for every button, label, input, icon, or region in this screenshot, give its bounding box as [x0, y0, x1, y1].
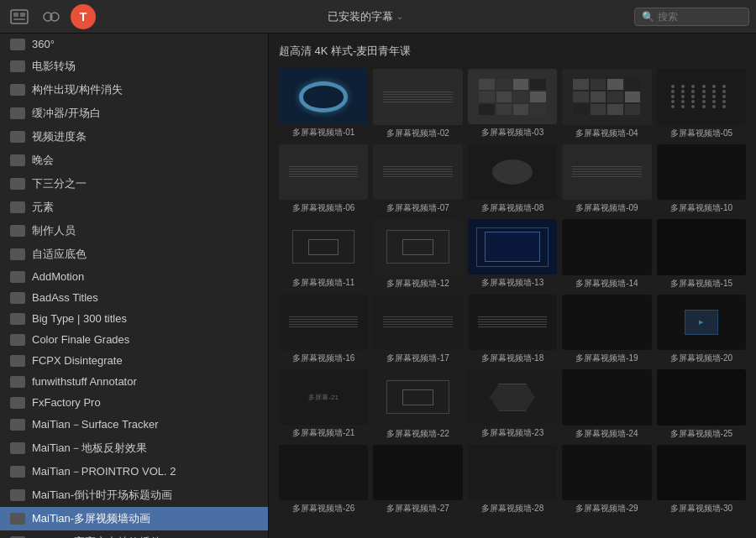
svg-rect-2 — [20, 13, 25, 17]
svg-rect-78 — [11, 443, 17, 447]
sidebar-item-adaptive-color[interactable]: 自适应底色 — [0, 243, 268, 266]
sidebar-item-maitian-prointro[interactable]: MaiTian－PROINTRO VOL. 2 — [0, 460, 268, 483]
svg-rect-23 — [18, 132, 24, 136]
grid-item-label: 多屏幕视频墙-27 — [373, 503, 462, 514]
sidebar-item-fxfactory-pro[interactable]: FxFactory Pro — [0, 392, 268, 413]
sidebar-item-component-appear[interactable]: 构件出现/构件消失 — [0, 78, 268, 102]
installed-chevron: ⌄ — [396, 12, 403, 21]
grid-item[interactable]: 多屏幕视频墙-07 — [373, 144, 462, 215]
grid-item-label: 多屏幕视频墙-09 — [562, 202, 651, 214]
grid-item[interactable]: 多屏幕视频墙-19 — [562, 295, 651, 365]
svg-rect-9 — [18, 45, 24, 50]
sidebar-item-badass-titles[interactable]: BadAss Titles — [0, 287, 268, 308]
sidebar-item-buffer-opening[interactable]: 缓冲器/开场白 — [0, 102, 268, 125]
grid-item-label: 多屏幕视频墙-01 — [279, 127, 368, 138]
sidebar-item-party[interactable]: 晚会 — [0, 149, 268, 172]
grid-item[interactable]: 多屏幕视频墙-18 — [468, 295, 557, 365]
search-icon: 🔍 — [642, 11, 654, 23]
transition-icon[interactable] — [39, 4, 64, 29]
main-area: 360° 电影转场 构件出现/构件消失 缓冲器/开场白 视频进度条 晚会 下三分… — [0, 34, 756, 538]
sidebar-item-360[interactable]: 360° — [0, 34, 268, 55]
grid-item[interactable]: 多屏幕视频墙-29 — [562, 445, 651, 515]
grid-item[interactable]: ▶多屏幕视频墙-20 — [657, 295, 746, 365]
svg-rect-38 — [11, 226, 17, 230]
grid-item[interactable]: 多屏幕-21多屏幕视频墙-21 — [279, 369, 368, 440]
svg-rect-88 — [11, 496, 17, 500]
grid-item-label: 多屏幕视频墙-15 — [657, 278, 746, 290]
svg-rect-53 — [18, 299, 24, 303]
sidebar-item-maitian-highlight[interactable]: MaiTian-高亮突出特效插件 — [0, 530, 268, 538]
svg-rect-47 — [18, 272, 24, 276]
sidebar-item-icon — [10, 397, 25, 409]
svg-rect-8 — [11, 45, 17, 50]
sidebar-item-video-progress[interactable]: 视频进度条 — [0, 125, 268, 149]
grid-item-label: 多屏幕视频墙-21 — [279, 427, 368, 439]
sidebar-item-icon — [10, 376, 25, 388]
installed-label-area[interactable]: 已安装的字幕 ⌄ — [102, 9, 627, 24]
svg-rect-70 — [11, 398, 17, 402]
search-input[interactable] — [658, 11, 742, 23]
sidebar-item-lower-third[interactable]: 下三分之一 — [0, 172, 268, 196]
grid-item[interactable]: 多屏幕视频墙-09 — [562, 144, 651, 215]
sidebar-item-label: funwithstuff Annotator — [32, 375, 137, 388]
grid-item-label: 多屏幕视频墙-22 — [373, 428, 462, 440]
sidebar-item-maitian-surface[interactable]: MaiTian－Surface Tracker — [0, 413, 268, 436]
sidebar-item-label: FCPX Disintegrate — [32, 354, 123, 367]
grid-item[interactable]: 多屏幕视频墙-22 — [373, 369, 462, 440]
grid-item[interactable]: 多屏幕视频墙-02 — [373, 69, 462, 139]
grid-item[interactable]: 多屏幕视频墙-13 — [468, 219, 557, 290]
grid-item[interactable]: 多屏幕视频墙-08 — [468, 144, 557, 215]
grid-item[interactable]: 多屏幕视频墙-01 — [279, 69, 368, 139]
grid-item[interactable]: 多屏幕视频墙-25 — [657, 369, 746, 440]
grid-item-label: 多屏幕视频墙-28 — [468, 503, 557, 514]
svg-rect-25 — [18, 138, 24, 142]
grid-item-label: 多屏幕视频墙-23 — [468, 427, 557, 439]
sidebar-item-label: MaiTian－Surface Tracker — [32, 417, 159, 432]
grid-item[interactable]: 多屏幕视频墙-27 — [373, 445, 462, 515]
sidebar-item-film-transition[interactable]: 电影转场 — [0, 55, 268, 78]
sidebar-item-addmotion[interactable]: AddMotion — [0, 266, 268, 287]
grid-item[interactable]: 多屏幕视频墙-24 — [562, 369, 651, 440]
grid-item[interactable]: 多屏幕视频墙-15 — [657, 219, 746, 290]
svg-rect-92 — [11, 520, 17, 524]
sidebar-item-credits[interactable]: 制作人员 — [0, 219, 268, 243]
grid-item-label: 多屏幕视频墙-03 — [468, 127, 557, 138]
svg-rect-86 — [11, 490, 17, 494]
svg-rect-29 — [18, 161, 24, 165]
grid-item[interactable]: 多屏幕视频墙-17 — [373, 295, 462, 365]
svg-rect-54 — [11, 314, 17, 318]
sidebar-item-maitian-floor[interactable]: MaiTian－地板反射效果 — [0, 436, 268, 460]
search-bar[interactable]: 🔍 — [634, 8, 749, 26]
grid-item[interactable]: 多屏幕视频墙-03 — [468, 69, 557, 139]
sidebar-item-elements[interactable]: 元素 — [0, 196, 268, 219]
grid-item[interactable]: 多屏幕视频墙-16 — [279, 295, 368, 365]
media-icon[interactable] — [7, 4, 32, 29]
grid-item[interactable]: 多屏幕视频墙-14 — [562, 219, 651, 290]
grid-item-label: 多屏幕视频墙-10 — [657, 202, 746, 214]
sidebar-item-color-finale[interactable]: Color Finale Grades — [0, 329, 268, 350]
sidebar-item-funwithstuff[interactable]: funwithstuff Annotator — [0, 371, 268, 392]
grid-item-label: 多屏幕视频墙-20 — [657, 353, 746, 364]
sidebar-item-label: MaiTian-多屏视频墙动画 — [32, 511, 150, 526]
grid-item[interactable]: 多屏幕视频墙-28 — [468, 445, 557, 515]
grid-item[interactable]: 多屏幕视频墙-12 — [373, 219, 462, 290]
sidebar-item-icon — [10, 419, 25, 431]
svg-rect-26 — [11, 155, 17, 159]
grid-item[interactable]: 多屏幕视频墙-23 — [468, 369, 557, 440]
sidebar-item-big-type[interactable]: Big Type | 300 titles — [0, 308, 268, 329]
grid-item[interactable]: 多屏幕视频墙-05 — [657, 69, 746, 139]
sidebar-item-maitian-multiscreen[interactable]: MaiTian-多屏视频墙动画 — [0, 507, 268, 530]
svg-rect-62 — [11, 356, 17, 360]
sidebar-item-maitian-countdown[interactable]: MaiTian-倒计时开场标题动画 — [0, 483, 268, 507]
grid-item[interactable]: 多屏幕视频墙-06 — [279, 144, 368, 215]
grid-item[interactable]: 多屏幕视频墙-11 — [279, 219, 368, 290]
grid-item-label: 多屏幕视频墙-29 — [562, 503, 651, 514]
sidebar-item-fcpx-disintegrate[interactable]: FCPX Disintegrate — [0, 350, 268, 371]
grid-item[interactable]: 多屏幕视频墙-04 — [562, 69, 651, 139]
grid-item-label: 多屏幕视频墙-18 — [468, 353, 557, 364]
svg-rect-27 — [18, 155, 24, 159]
grid-item[interactable]: 多屏幕视频墙-10 — [657, 144, 746, 215]
grid-item[interactable]: 多屏幕视频墙-30 — [657, 445, 746, 515]
titles-badge[interactable]: T — [71, 4, 96, 29]
grid-item[interactable]: 多屏幕视频墙-26 — [279, 445, 368, 515]
